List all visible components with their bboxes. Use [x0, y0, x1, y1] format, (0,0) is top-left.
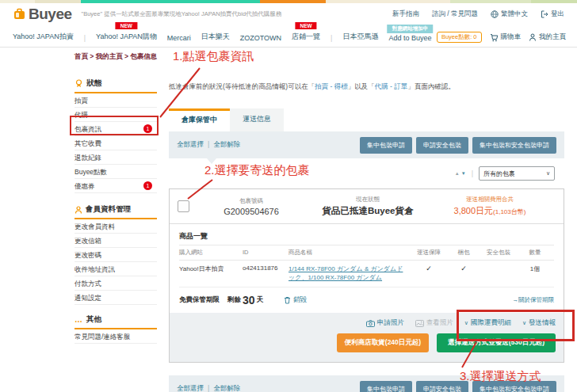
globe-icon — [491, 10, 499, 18]
bulk-and-protective-button[interactable]: 集中包裝和安全包裝申請 — [472, 137, 556, 154]
bulk-packing-request-button[interactable]: 集中包裝申請 — [360, 137, 412, 154]
item-label: 其它收費 — [75, 136, 101, 150]
divider: | — [208, 384, 209, 392]
sort-toggle[interactable]: ▲ ▼ — [455, 171, 466, 176]
sidebar-item-edit-email[interactable]: 更改信箱 — [75, 234, 157, 248]
sidebar-item-coupons[interactable]: 優惠券1 — [75, 179, 157, 193]
divider: | — [208, 140, 209, 150]
item-label: 收件地址資訊 — [75, 262, 115, 276]
deselect-all-link[interactable]: 全部解除 — [213, 140, 240, 150]
logout-link[interactable]: 登出 — [541, 10, 564, 19]
sidebar-item-buyee-points[interactable]: Buyee點數 — [75, 165, 157, 179]
sidebar-item-refund-history[interactable]: 退款紀錄 — [75, 150, 157, 165]
nav-mercari[interactable]: Mercari — [167, 34, 191, 42]
header-links: 新手指南 諮詢 / 常見問題 繁體中文 登出 — [392, 10, 564, 19]
sidebar-item-payment-method[interactable]: 付款方式 — [75, 276, 157, 291]
col-qty: 數量 — [518, 249, 552, 257]
buyee-logo[interactable]: Buyee — [13, 6, 72, 23]
package-filter-select[interactable]: 所有的包裹 ∨ — [479, 166, 555, 181]
annotation-step1: 1.點選包裹資訊 — [173, 49, 254, 64]
col-safe-packaging: 安全包裝 — [479, 249, 518, 257]
intl-shipping-fee-label: 國際運費明細 — [471, 318, 511, 328]
main-content: 抵達倉庫前的狀況(等待抵達的商品情報)可以在「拍賣 - 得標」以及「代購 - 訂… — [169, 48, 564, 392]
item-name-link[interactable]: 1/144 RX-78F00 ガンダム & ガンダムドック、1/100 RX-7… — [288, 265, 403, 281]
request-photo-link[interactable]: 申請照片 — [366, 318, 404, 328]
deselect-all-link[interactable]: 全部解除 — [213, 384, 240, 392]
auction-won-link[interactable]: 拍賣 - 得標 — [315, 82, 348, 90]
protective-packaging-button[interactable]: 申請安全包裝 — [416, 137, 468, 154]
count-badge: 1 — [143, 124, 152, 133]
package-number-col: 包裹號碼 G2009504676 — [204, 197, 299, 216]
image-icon — [415, 320, 424, 327]
item-label: 優惠券 — [75, 179, 95, 193]
storage-days-unit: 天 — [257, 295, 264, 305]
selected-option: 所有的包裹 — [483, 169, 515, 178]
request-photo-label: 申請照片 — [377, 318, 404, 328]
view-photo-link[interactable]: 查看照片 — [415, 318, 453, 328]
send-info-link[interactable]: ∨ 發送情報 — [522, 318, 556, 328]
select-all-link[interactable]: 全部選擇 — [177, 384, 204, 392]
selection-toolbar-top: 全部選擇 | 全部解除 集中包裝申請 申請安全包裝 集中包裝和安全包裝申請 — [169, 131, 564, 158]
sidebar-item-address-info[interactable]: 收件地址資訊 — [75, 262, 157, 276]
storage-days-value: 30 — [243, 294, 255, 306]
item-label: 付款方式 — [75, 276, 101, 291]
sidebar-item-notification-settings[interactable]: 通知設定 — [75, 291, 157, 305]
faq-link[interactable]: 諮詢 / 常見問題 — [432, 10, 478, 19]
convenience-store-pickup-button[interactable]: 便利商店取貨(240日元起) — [337, 333, 429, 352]
camera-icon — [366, 320, 375, 327]
sidebar-item-daiko[interactable]: 代購 — [75, 108, 157, 122]
nav-amazon-japan[interactable]: 日本亞馬遜 — [342, 32, 378, 42]
mypage-link[interactable]: 我的主頁 — [529, 32, 566, 42]
breadcrumb[interactable]: 首頁 > 我的主頁 > 包裹信息 — [75, 52, 157, 62]
select-all-link[interactable]: 全部選擇 — [177, 140, 204, 150]
nav-yahoo-shopping[interactable]: NEWYahoo! JAPAN購物 — [96, 32, 157, 42]
nav-yahoo-auction[interactable]: Yahoo! JAPAN拍賣 — [13, 32, 74, 42]
col-id: ID — [243, 249, 288, 256]
intro-pre: 抵達倉庫前的狀況(等待抵達的商品情報)可以在「 — [169, 82, 315, 90]
destroy-link[interactable]: 銷毀 — [284, 295, 307, 305]
bulk-packing-request-button[interactable]: 集中包裝申請 — [360, 381, 412, 392]
sidebar-item-edit-password[interactable]: 更改密碼 — [75, 248, 157, 262]
sidebar-item-other-charges[interactable]: 其它收費 — [75, 136, 157, 150]
about-storage-period-link[interactable]: →關於保管期限 — [513, 296, 555, 304]
sidebar-item-package-info[interactable]: 包裹資訊1 — [75, 122, 157, 136]
items-table-header: 購入網站 ID 商品名稱 運送保障 梱包 安全包裝 數量 — [179, 245, 554, 261]
nav-separator: | — [331, 34, 332, 42]
section-title: 其他 — [86, 314, 101, 325]
package-card: 包裹號碼 G2009504676 現在狀態 貨品已抵達Buyee貨倉 運送相關費… — [169, 188, 564, 363]
tab-warehouse-storage[interactable]: 倉庫保管中 — [169, 108, 230, 131]
logo-text: Buyee — [29, 6, 72, 23]
send-info-label: 發送情報 — [529, 318, 556, 328]
item-label: 代購 — [75, 108, 88, 122]
nav-store-list[interactable]: NEW店鋪一覽 — [292, 32, 320, 42]
package-checkbox[interactable] — [178, 200, 189, 212]
new-badge: NEW — [296, 22, 317, 29]
section-title: 狀態 — [86, 78, 101, 89]
buyee-points-badge[interactable]: Buyee點數: 0 — [437, 32, 482, 43]
intro-post: 」頁面內確認。 — [407, 82, 455, 90]
nav-label: Add to Buyee — [388, 34, 431, 42]
sidebar-item-auction[interactable]: 拍賣 — [75, 93, 157, 108]
sort-up-icon: ▲ — [455, 171, 460, 176]
logout-icon — [541, 10, 548, 18]
language-selector[interactable]: 繁體中文 — [491, 10, 528, 19]
tab-shipping-info[interactable]: 運送信息 — [230, 108, 284, 131]
status-label: 現在狀態 — [308, 196, 427, 204]
col-site: 購入網站 — [179, 249, 243, 257]
sidebar-item-faq-contact[interactable]: 常見問題/連絡客服 — [75, 329, 157, 344]
beginner-guide-link[interactable]: 新手指南 — [392, 10, 419, 19]
sidebar-item-edit-profile[interactable]: 更改會員資料 — [75, 219, 157, 234]
nav-rakuten[interactable]: 日本樂天 — [201, 32, 230, 42]
medal-icon — [75, 79, 83, 88]
cart-link[interactable]: 購物車 — [490, 32, 522, 42]
choose-shipping-method-button[interactable]: 選擇運送方式並發送(530日元起) — [437, 333, 556, 352]
intl-shipping-fee-link[interactable]: ∨ 國際運費明細 — [464, 318, 511, 328]
sites-increasing-badge: 對應網站增加中 — [388, 25, 434, 33]
section-title: 會員資料管理 — [86, 204, 131, 215]
nav-add-to-buyee[interactable]: 對應網站增加中Add to Buyee — [388, 34, 431, 42]
daiko-order-link[interactable]: 代購 - 訂單 — [375, 82, 408, 90]
intro-mid: 」以及「 — [348, 82, 375, 90]
col-name: 商品名稱 — [288, 249, 409, 257]
count-badge: 1 — [143, 181, 152, 190]
nav-zozotown[interactable]: ZOZOTOWN — [240, 34, 281, 42]
